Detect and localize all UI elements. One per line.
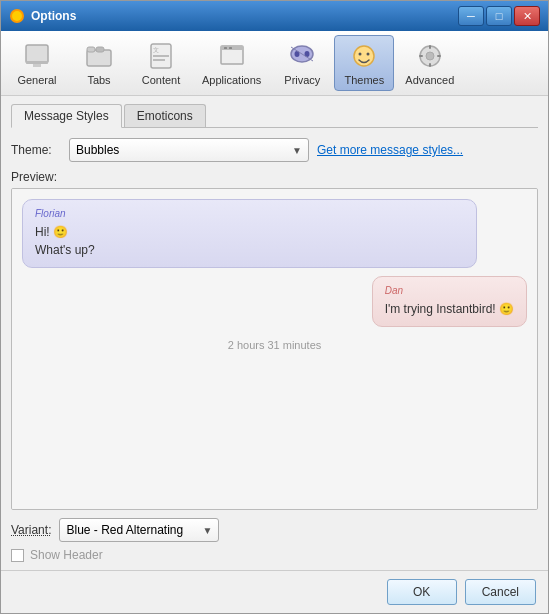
florian-message-line1: Hi! 🙂 — [35, 223, 464, 241]
chat-bubble-dan: Dan I'm trying Instantbird! 🙂 — [372, 276, 527, 327]
preview-label: Preview: — [11, 170, 57, 184]
tab-bar: Message Styles Emoticons — [11, 104, 538, 128]
tab-emoticons[interactable]: Emoticons — [124, 104, 206, 127]
content-label: Content — [142, 74, 181, 86]
content-icon: 文 — [145, 40, 177, 72]
show-header-row: Show Header — [11, 548, 538, 562]
svg-point-22 — [367, 53, 370, 56]
toolbar-item-themes[interactable]: Themes — [334, 35, 394, 91]
timestamp: 2 hours 31 minutes — [22, 339, 527, 351]
themes-label: Themes — [344, 74, 384, 86]
svg-point-24 — [426, 52, 434, 60]
svg-rect-26 — [429, 63, 431, 67]
privacy-icon — [286, 40, 318, 72]
title-bar: Options ─ □ ✕ — [1, 1, 548, 31]
applications-icon — [216, 40, 248, 72]
maximize-button[interactable]: □ — [486, 6, 512, 26]
variant-dropdown-arrow: ▼ — [203, 525, 213, 536]
toolbar-item-tabs[interactable]: Tabs — [69, 35, 129, 91]
general-label: General — [17, 74, 56, 86]
variant-label: Variant: — [11, 523, 51, 537]
svg-rect-27 — [419, 55, 423, 57]
preview-scroll: Florian Hi! 🙂 What's up? Dan I'm trying … — [12, 189, 537, 509]
toolbar: General Tabs 文 Content — [1, 31, 548, 96]
theme-row: Theme: Bubbles ▼ Get more message styles… — [11, 138, 538, 162]
theme-dropdown[interactable]: Bubbles ▼ — [69, 138, 309, 162]
florian-message-line2: What's up? — [35, 241, 464, 259]
advanced-label: Advanced — [405, 74, 454, 86]
svg-point-21 — [359, 53, 362, 56]
get-more-styles-link[interactable]: Get more message styles... — [317, 143, 463, 157]
footer: OK Cancel — [1, 570, 548, 613]
preview-box: Florian Hi! 🙂 What's up? Dan I'm trying … — [11, 188, 538, 510]
window-title: Options — [31, 9, 458, 23]
svg-rect-25 — [429, 45, 431, 49]
toolbar-item-privacy[interactable]: Privacy — [272, 35, 332, 91]
svg-rect-28 — [437, 55, 441, 57]
toolbar-item-applications[interactable]: Applications — [193, 35, 270, 91]
svg-point-1 — [12, 11, 22, 21]
svg-rect-14 — [224, 47, 227, 49]
theme-label: Theme: — [11, 143, 61, 157]
tabs-label: Tabs — [87, 74, 110, 86]
variant-value: Blue - Red Alternating — [66, 523, 183, 537]
minimize-button[interactable]: ─ — [458, 6, 484, 26]
svg-rect-7 — [96, 47, 104, 52]
ok-button[interactable]: OK — [387, 579, 457, 605]
theme-dropdown-arrow: ▼ — [292, 145, 302, 156]
variant-dropdown[interactable]: Blue - Red Alternating ▼ — [59, 518, 219, 542]
svg-text:文: 文 — [153, 46, 159, 53]
toolbar-item-content[interactable]: 文 Content — [131, 35, 191, 91]
show-header-label: Show Header — [30, 548, 103, 562]
cancel-button[interactable]: Cancel — [465, 579, 536, 605]
themes-icon — [348, 40, 380, 72]
florian-sender-name: Florian — [35, 208, 464, 219]
applications-label: Applications — [202, 74, 261, 86]
advanced-icon — [414, 40, 446, 72]
svg-rect-15 — [229, 47, 232, 49]
window-controls: ─ □ ✕ — [458, 6, 540, 26]
close-button[interactable]: ✕ — [514, 6, 540, 26]
chat-bubble-florian: Florian Hi! 🙂 What's up? — [22, 199, 477, 268]
toolbar-item-general[interactable]: General — [7, 35, 67, 91]
svg-rect-2 — [26, 45, 48, 63]
preview-label-row: Preview: — [11, 170, 538, 184]
tabs-icon — [83, 40, 115, 72]
options-window: Options ─ □ ✕ General — [0, 0, 549, 614]
theme-value: Bubbles — [76, 143, 119, 157]
toolbar-item-advanced[interactable]: Advanced — [396, 35, 463, 91]
svg-rect-4 — [33, 64, 41, 67]
privacy-label: Privacy — [284, 74, 320, 86]
tab-message-styles[interactable]: Message Styles — [11, 104, 122, 128]
show-header-checkbox[interactable] — [11, 549, 24, 562]
variant-row: Variant: Blue - Red Alternating ▼ — [11, 518, 538, 542]
dan-sender-name: Dan — [385, 285, 514, 296]
window-icon — [9, 8, 25, 24]
svg-rect-6 — [87, 47, 95, 52]
dan-message-line1: I'm trying Instantbird! 🙂 — [385, 300, 514, 318]
svg-rect-3 — [26, 61, 48, 64]
general-icon — [21, 40, 53, 72]
main-content: Message Styles Emoticons Theme: Bubbles … — [1, 96, 548, 570]
